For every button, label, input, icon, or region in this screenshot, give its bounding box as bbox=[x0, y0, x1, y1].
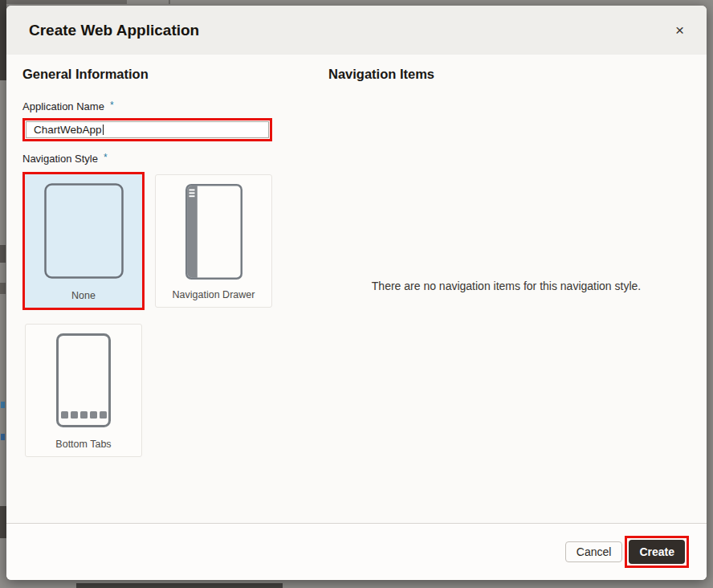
close-button[interactable]: × bbox=[672, 21, 687, 39]
general-information-heading: General Information bbox=[22, 67, 322, 82]
required-asterisk: * bbox=[104, 153, 108, 163]
bottom-tabs-icon bbox=[56, 333, 111, 427]
background-page bbox=[1, 402, 5, 408]
dialog-title: Create Web Application bbox=[29, 22, 199, 39]
create-button[interactable]: Create bbox=[629, 540, 685, 564]
navigation-items-empty-message: There are no navigation items for this n… bbox=[322, 280, 691, 292]
navigation-items-pane: Navigation Items There are no navigation… bbox=[322, 67, 691, 523]
background-page bbox=[1, 434, 5, 440]
annotation-highlight: Create bbox=[625, 536, 689, 568]
application-name-input[interactable]: ChartWebApp bbox=[26, 121, 269, 138]
background-page bbox=[169, 0, 170, 4]
create-web-application-dialog: Create Web Application × General Informa… bbox=[6, 6, 707, 580]
nav-style-option-bottom-tabs[interactable]: Bottom Tabs bbox=[25, 324, 142, 457]
application-name-label: Application Name * bbox=[22, 100, 322, 112]
navigation-style-options: None N bbox=[22, 172, 322, 459]
navigation-items-heading: Navigation Items bbox=[328, 67, 691, 82]
card-label: None bbox=[71, 290, 96, 301]
required-asterisk: * bbox=[110, 100, 114, 111]
blank-page-icon bbox=[44, 183, 124, 279]
dialog-footer: Cancel Create bbox=[6, 523, 707, 580]
close-icon: × bbox=[675, 22, 684, 39]
background-page bbox=[0, 245, 6, 263]
card-label: Navigation Drawer bbox=[173, 289, 255, 300]
background-page bbox=[0, 283, 6, 294]
annotation-highlight: ChartWebApp bbox=[22, 118, 272, 141]
text-caret bbox=[103, 125, 104, 135]
card-wrapper: Navigation Drawer bbox=[153, 172, 275, 310]
card-label: Bottom Tabs bbox=[55, 439, 111, 450]
cancel-button[interactable]: Cancel bbox=[565, 541, 623, 562]
background-page bbox=[76, 583, 283, 588]
dialog-body: General Information Application Name * C… bbox=[6, 55, 707, 523]
navigation-style-label: Navigation Style * bbox=[22, 153, 322, 165]
general-information-pane: General Information Application Name * C… bbox=[22, 67, 322, 523]
application-name-value: ChartWebApp bbox=[34, 124, 102, 136]
annotation-highlight: None bbox=[22, 172, 145, 310]
background-page bbox=[0, 506, 6, 538]
navigation-drawer-icon bbox=[185, 184, 242, 280]
nav-style-option-none[interactable]: None bbox=[25, 174, 142, 308]
nav-style-option-navigation-drawer[interactable]: Navigation Drawer bbox=[155, 174, 272, 308]
card-wrapper: Bottom Tabs bbox=[22, 321, 145, 459]
background-page bbox=[0, 0, 6, 80]
background-page bbox=[6, 0, 127, 4]
dialog-header: Create Web Application × bbox=[6, 6, 707, 55]
